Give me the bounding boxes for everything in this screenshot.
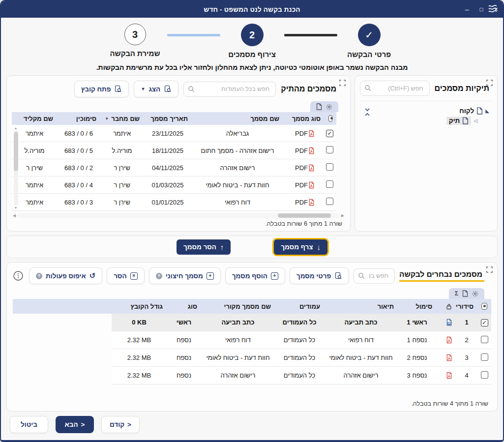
row-checkbox[interactable] — [481, 354, 488, 361]
plus-icon: + — [207, 272, 214, 280]
column-header-date[interactable]: תאריך מסמך — [144, 115, 192, 122]
cell-pages: כל העמודים — [275, 354, 324, 361]
cell-size: 2.32 MB — [112, 372, 167, 379]
scroll-right-icon[interactable]: ▶ — [341, 213, 344, 218]
selected-documents-table: סידוריסימולתיאורעמודיםשם מסמך מקוריסוגגו… — [13, 299, 491, 384]
table-row[interactable]: ✓PDFגבריאלה23/11/2025איתמר683 / 0 / 6אית… — [12, 125, 336, 142]
column-header-typist[interactable]: שם מקליד — [12, 115, 57, 122]
tree-collapsed-icon[interactable]: ◁ — [474, 118, 477, 123]
table-row[interactable]: PDFרישום אזהרה - מסמך חתום18/11/2025מורי… — [12, 142, 336, 159]
column-header-desc[interactable]: תיאור — [324, 303, 398, 310]
show-document-button[interactable]: הצג ▼ — [134, 81, 178, 97]
select-all-checkbox[interactable] — [481, 303, 487, 310]
column-header-lockcol[interactable] — [436, 303, 456, 310]
add-document-button[interactable]: + הוסף מסמך — [225, 267, 285, 284]
external-document-button[interactable]: + מסמך חיצוני ? — [149, 267, 221, 284]
row-checkbox[interactable]: ✓ — [481, 319, 488, 326]
row-checkbox[interactable] — [481, 336, 488, 343]
table-settings-tab[interactable]: Σ — [449, 288, 484, 299]
help-icon: ? — [36, 273, 42, 279]
column-header-sel[interactable] — [325, 115, 336, 122]
close-button[interactable]: × — [494, 6, 498, 13]
row-checkbox[interactable] — [326, 198, 333, 205]
table-row[interactable]: 3נספח 2חוות דעת - ביטוח לאומיכל העמודיםח… — [112, 349, 491, 367]
open-file-button[interactable]: פתח קובץ — [74, 81, 129, 97]
case-docs-search-input[interactable] — [183, 82, 276, 97]
vertical-scrollbar[interactable]: ▲ ▼ — [13, 126, 19, 210]
table-row[interactable]: 4נספח 3רישום אזהרהכל העמודיםרישום אזהרהנ… — [112, 367, 491, 384]
column-header-label[interactable]: סימול — [398, 303, 436, 310]
attach-document-button[interactable]: ↓ צרף מסמך — [274, 239, 327, 255]
step-save-request[interactable]: 3 שמירת הבקשה — [103, 24, 167, 58]
cell-name: רישום אזהרה — [192, 164, 283, 172]
select-all-checkbox[interactable] — [328, 115, 332, 122]
cell-date: 01/01/2025 — [144, 199, 192, 206]
row-checkbox[interactable] — [326, 146, 333, 153]
tree-item-client[interactable]: ◣ לקוח — [456, 106, 492, 116]
expand-panel-icon[interactable] — [339, 80, 346, 86]
cell-date: 18/11/2025 — [144, 147, 192, 154]
table-row[interactable]: PDFדוח רפואי01/01/2025שירן ר683 / 0 / 3א… — [12, 194, 336, 211]
search-icon — [188, 86, 195, 92]
reset-actions-button[interactable]: ↺ איפוס פעולות ? — [29, 267, 102, 284]
minimize-button[interactable]: – — [465, 6, 469, 13]
cell-serial: 4 — [456, 372, 477, 379]
collapse-all-icon[interactable] — [364, 107, 371, 117]
scroll-down-icon[interactable]: ▼ — [14, 206, 18, 210]
step-request-details[interactable]: ✓ פרטי הבקשה — [337, 24, 401, 59]
row-checkbox[interactable] — [326, 163, 333, 171]
remove-document-button[interactable]: ↑ הסר מסמך — [177, 239, 231, 255]
column-header-type[interactable]: סוג מסמך — [283, 115, 325, 122]
cell-doctype: ראשי — [167, 319, 201, 326]
gear-icon — [326, 104, 332, 110]
table-row[interactable]: 2נספח 1דוח רפואיכל העמודיםדוח רפואינספח2… — [112, 331, 491, 349]
cell-ref: 683 / 0 / 2 — [57, 164, 100, 172]
document-preview-icon — [334, 272, 342, 280]
gear-icon — [472, 291, 478, 297]
table-settings-tab[interactable] — [310, 101, 338, 112]
plus-icon: + — [271, 272, 278, 280]
column-header-serial[interactable]: סידורי — [456, 303, 477, 310]
column-header-pages[interactable]: עמודים — [275, 303, 324, 310]
column-header-doctype[interactable]: סוג — [167, 303, 201, 310]
column-header-ref[interactable]: סימוכין — [57, 115, 100, 122]
more-options-icon[interactable] — [13, 270, 24, 281]
row-checkbox[interactable]: ✓ — [326, 130, 333, 137]
table-row[interactable]: PDFרישום אזהרה04/11/2025שירן ר683 / 0 / … — [12, 159, 336, 177]
expand-panel-icon[interactable] — [486, 80, 493, 86]
pdf-file-icon — [308, 199, 315, 206]
cell-date: 04/11/2025 — [144, 164, 192, 172]
chevron-right-icon: > — [127, 421, 131, 428]
previous-button[interactable]: קודם > — [101, 416, 140, 433]
pdf-file-icon — [308, 130, 315, 137]
row-checkbox[interactable] — [326, 180, 333, 188]
maximize-button[interactable]: □ — [480, 6, 483, 12]
scroll-left-icon[interactable]: ◀ — [13, 213, 16, 218]
row-checkbox[interactable] — [481, 371, 488, 379]
document-details-button[interactable]: פרטי מסמך — [290, 267, 349, 284]
table-row[interactable]: ✓1Wראשי 1כתב תביעהכל העמודיםכתב תביעהראש… — [112, 314, 491, 331]
window-title: הכנת בקשה לנט המשפט - חדש — [204, 6, 300, 13]
next-button[interactable]: הבא > — [56, 416, 94, 433]
cell-name: גבריאלה — [192, 130, 283, 137]
column-header-author[interactable]: שם מחבר▼ — [100, 115, 144, 122]
step-attach-documents[interactable]: 2 צירוף מסמכים — [220, 24, 284, 59]
cell-orig: כתב תביעה — [201, 319, 275, 326]
column-header-sel[interactable] — [477, 303, 491, 310]
tree-item-case[interactable]: ◁ תיק — [444, 116, 480, 126]
cell-type: PDF — [283, 164, 325, 172]
horizontal-scrollbar[interactable]: ◀ ▶ — [13, 212, 344, 218]
table-row[interactable]: PDFחוות דעת - ביטוח לאומי01/03/2025שירן … — [12, 177, 336, 194]
cell-sel: ✓ — [477, 319, 491, 326]
column-header-name[interactable]: שם מסמך — [192, 115, 283, 122]
tree-expanded-icon[interactable]: ◣ — [485, 108, 489, 114]
cancel-button[interactable]: ביטול — [10, 416, 48, 433]
case-documents-panel: מסמכים מהתיק הצג ▼ פתח קובץ — [6, 75, 351, 232]
column-header-orig[interactable]: שם מסמך מקורי — [201, 303, 275, 310]
expand-panel-icon[interactable] — [486, 266, 493, 273]
column-header-size[interactable]: גודל הקובץ — [112, 303, 167, 310]
chevron-right-icon: > — [81, 421, 85, 428]
scroll-up-icon[interactable]: ▲ — [14, 126, 18, 131]
remove-button[interactable]: × הסר — [107, 267, 144, 284]
cell-lockcol — [436, 372, 456, 379]
